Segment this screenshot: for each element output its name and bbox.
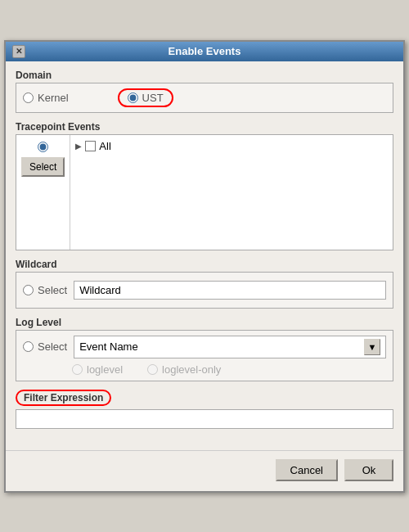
event-name-dropdown[interactable]: Event Name ▼ [74,336,386,358]
wildcard-box: Select [16,272,393,309]
ust-label: UST [142,92,164,104]
loglevel-option[interactable]: loglevel [72,363,123,376]
loglevel-only-option[interactable]: loglevel-only [147,363,221,376]
domain-section: Domain Kernel UST [16,70,393,113]
select-button[interactable]: Select [21,157,65,177]
dropdown-arrow-icon[interactable]: ▼ [364,339,380,355]
tree-arrow-icon: ▶ [75,142,82,151]
select-radio[interactable] [38,142,48,152]
wildcard-label: Wildcard [16,259,393,270]
loglevel-row2: loglevel loglevel-only [23,363,386,376]
loglevel-only-radio[interactable] [147,364,158,375]
filter-section: Filter Expression [16,390,393,429]
loglevel-label: Log Level [16,317,393,328]
kernel-label: Kernel [38,92,69,104]
domain-row: Kernel UST [23,88,386,107]
tracepoint-sidebar: Select [16,135,70,183]
loglevel-type-label: loglevel [87,363,123,376]
ust-radio[interactable] [128,92,138,103]
wildcard-select-option[interactable]: Select [23,284,67,296]
wildcard-select-label: Select [38,284,67,296]
loglevel-only-label: loglevel-only [162,363,221,376]
wildcard-section: Wildcard Select [16,259,393,309]
all-checkbox[interactable] [85,141,96,151]
close-button[interactable]: ✕ [12,45,25,58]
tracepoint-label: Tracepoint Events [16,121,393,133]
event-name-label: Event Name [79,340,138,353]
filter-input[interactable] [16,409,393,429]
loglevel-select-option[interactable]: Select [23,340,67,353]
loglevel-section: Log Level Select Event Name ▼ logleve [16,317,393,381]
all-label: All [99,140,110,152]
ok-button[interactable]: Ok [344,459,393,481]
cancel-button[interactable]: Cancel [276,459,338,481]
button-row: Cancel Ok [6,450,403,491]
loglevel-box: Select Event Name ▼ loglevel loglevel-on… [16,330,393,381]
tracepoint-box: Select ▶ All [16,134,393,250]
kernel-radio[interactable] [23,92,34,103]
domain-label: Domain [16,70,393,81]
loglevel-radio[interactable] [23,341,34,352]
loglevel-select-label: Select [38,340,67,353]
wildcard-row: Select [23,277,386,303]
kernel-option[interactable]: Kernel [23,92,69,104]
dialog-content: Domain Kernel UST Tracepoint Events [6,61,403,445]
tracepoint-section: Tracepoint Events Select ▶ All [16,121,393,250]
tree-all-item[interactable]: ▶ All [75,140,388,152]
filter-label: Filter Expression [16,390,111,406]
wildcard-radio[interactable] [23,285,34,295]
domain-box: Kernel UST [16,83,393,113]
tracepoint-tree: ▶ All [70,135,393,250]
titlebar: ✕ Enable Events [6,42,403,61]
loglevel-row1: Select Event Name ▼ [23,336,386,358]
tracepoint-select-radio[interactable] [38,142,48,152]
ust-option[interactable]: UST [118,88,173,107]
wildcard-input[interactable] [74,281,386,300]
enable-events-dialog: ✕ Enable Events Domain Kernel UST [4,40,405,493]
window-title: Enable Events [169,45,241,57]
loglevel-type-radio[interactable] [72,364,83,375]
filter-label-circled: Filter Expression [16,390,393,409]
